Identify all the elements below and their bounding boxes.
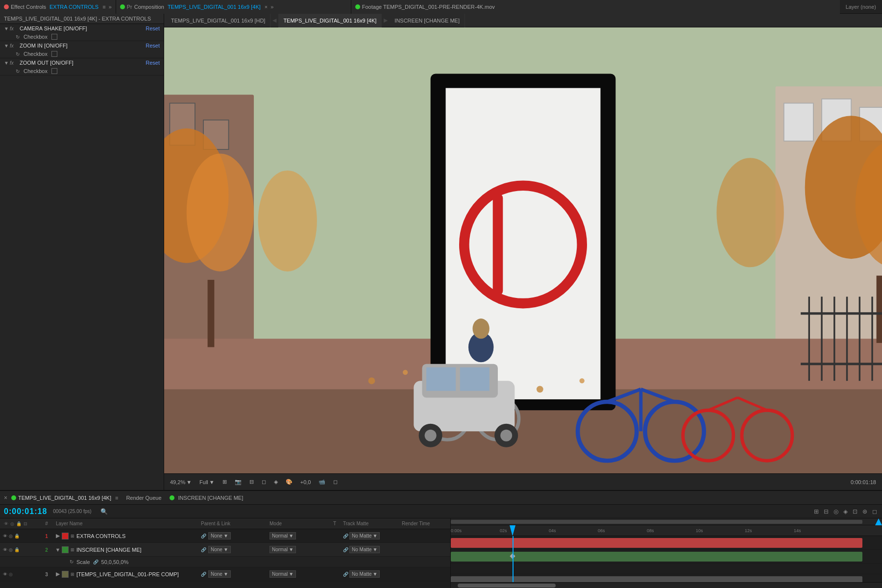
layer-1-icons: 👁 ◎ 🔒 [0, 534, 39, 539]
track-row-2 [451, 550, 882, 564]
camera-button[interactable]: 📹 [317, 478, 327, 486]
panel-expand-icon[interactable]: » [109, 4, 112, 10]
effect-group-zoom-out: ▼ fx ZOOM OUT [ON/OFF] Reset ↻ Checkbox [0, 58, 164, 75]
timeline-tab-main[interactable]: TEMPS_LIVE_DIGITAL_001 16x9 [4K] ≡ [11, 495, 118, 501]
layer-1-mode: Normal▼ [270, 532, 333, 539]
comp-expand-icon[interactable]: » [270, 4, 273, 10]
effect-controls-title: Effect Controls [11, 4, 46, 10]
toggle-arrow-camera-shake[interactable]: ▼ [4, 26, 8, 31]
layer-2-mode-dropdown[interactable]: Normal▼ [270, 546, 296, 553]
fit-to-screen-button[interactable]: ⊞ [220, 478, 229, 486]
time-mark-0: 0:00s [451, 528, 462, 533]
layer-1-eye[interactable]: 👁 [3, 534, 7, 539]
top-bar: Effect Controls EXTRA CONTROLS ≡ » Pr Co… [0, 0, 882, 14]
quality-dropdown[interactable]: Full ▼ [197, 478, 217, 486]
viewer-tab-inscreen[interactable]: INSCREEN [CHANGE ME] [390, 14, 465, 27]
timeline-inscreen-tab[interactable]: INSCREEN [CHANGE ME] [170, 495, 244, 501]
scale-value[interactable]: 50,0,50,0% [101, 559, 129, 565]
viewer-tab-hd[interactable]: TEMPS_LIVE_DIGITAL_001 16x9 [HD] [166, 14, 270, 27]
toggle-arrow-zoom-out[interactable]: ▼ [4, 60, 8, 66]
layer-1-matte: 🔗 No Matte▼ [343, 532, 402, 539]
close-icon[interactable] [4, 4, 9, 9]
layer-2-matte-dropdown[interactable]: No Matte▼ [349, 546, 380, 553]
timeline-tools-icon4[interactable]: ◈ [842, 507, 849, 516]
layer-1-expand[interactable]: ▶ [54, 533, 62, 539]
toggle-arrow-zoom-in[interactable]: ▼ [4, 43, 8, 49]
zoom-out-reset[interactable]: Reset [146, 60, 160, 66]
layer-2-parent-dropdown[interactable]: None▼ [208, 546, 231, 553]
zoom-in-checkbox-row: ↻ Checkbox [0, 50, 164, 58]
color-correct-button[interactable]: 🎨 [284, 478, 294, 486]
tracks-area [451, 536, 882, 582]
camera-shake-reset[interactable]: Reset [146, 25, 160, 31]
scroll-thumb[interactable] [458, 584, 556, 588]
playhead-line[interactable] [513, 536, 514, 582]
street-scene-svg [164, 27, 882, 473]
layer-1-parent-dropdown[interactable]: None▼ [208, 532, 231, 539]
layer-3-color [62, 571, 69, 578]
layer-2-eye[interactable]: 👁 [3, 547, 7, 552]
layer-1-matte-dropdown[interactable]: No Matte▼ [349, 532, 380, 539]
timeline-render-queue[interactable]: Render Queue [126, 495, 161, 501]
layer-1-solo[interactable]: ◎ [9, 534, 13, 539]
composition-tab[interactable]: Pr Composition TEMPS_LIVE_DIGITAL_001 16… [116, 0, 351, 14]
mask-button[interactable]: ◻ [260, 478, 268, 486]
layer-2-lock[interactable]: 🔒 [14, 547, 20, 552]
layer-1-color [62, 533, 69, 539]
layer-3-eye[interactable]: 👁 [3, 572, 7, 577]
menu-icon[interactable]: ≡ [102, 4, 105, 10]
timeline-tools-icon5[interactable]: ⊡ [852, 507, 858, 516]
layer-1-lock[interactable]: 🔒 [14, 534, 20, 539]
timeline-tools-icon2[interactable]: ⊟ [823, 507, 830, 516]
timeline-tools-icon3[interactable]: ◎ [833, 507, 839, 516]
layer-2-parent: 🔗 None▼ [201, 546, 270, 553]
svg-point-43 [425, 430, 437, 441]
layer-2-matte: 🔗 No Matte▼ [343, 546, 402, 553]
comp-pr-label: Pr [127, 4, 132, 10]
layer-3-expand[interactable]: ▶ [54, 571, 62, 577]
layer-3-mode-dropdown[interactable]: Normal▼ [270, 570, 296, 578]
layer-1-mode-dropdown[interactable]: Normal▼ [270, 532, 296, 539]
effect-group-camera-shake-header[interactable]: ▼ fx CAMERA SHAKE [ON/OFF] Reset [0, 24, 164, 33]
work-area-bar[interactable] [451, 518, 882, 525]
timeline-dot [11, 495, 16, 500]
layer-3-matte-dropdown[interactable]: No Matte▼ [349, 570, 380, 578]
current-timecode[interactable]: 0:00:01:18 [4, 507, 47, 516]
effect-controls-tab[interactable]: Effect Controls EXTRA CONTROLS ≡ » [0, 0, 116, 14]
playhead-indicator[interactable] [510, 525, 515, 536]
snapshot-button[interactable]: 📷 [233, 478, 244, 486]
zoom-in-checkbox[interactable] [51, 51, 57, 57]
time-ruler[interactable]: 0:00s 02s 04s 06s 08s 10s 12s 14s [451, 525, 882, 536]
render-button[interactable]: ◻ [331, 478, 340, 486]
link-icon-scale: 🔗 [93, 560, 98, 564]
zoom-dropdown[interactable]: 49,2% ▼ [168, 478, 194, 486]
timeline-tools-icon1[interactable]: ⊞ [813, 507, 820, 516]
layer-3-solo[interactable]: ◎ [9, 572, 13, 577]
channel-button[interactable]: ◈ [272, 478, 280, 486]
timeline-tools-icon6[interactable]: ⊛ [861, 507, 868, 516]
time-tracks: 0:00s 02s 04s 06s 08s 10s 12s 14s [451, 518, 882, 588]
search-icon[interactable]: 🔍 [99, 507, 109, 516]
grid-button[interactable]: ⊟ [247, 478, 256, 486]
camera-shake-checkbox[interactable] [51, 34, 57, 40]
zoom-out-checkbox[interactable] [51, 68, 57, 74]
layer-3-matte: 🔗 No Matte▼ [343, 570, 402, 578]
layer-1-parent: 🔗 None▼ [201, 532, 270, 539]
footage-tab[interactable]: Footage TEMPS_DIGITAL_001-PRE-RENDER-4K.… [351, 0, 840, 14]
timeline-tools-icon7[interactable]: ◻ [871, 507, 878, 516]
time-mark-4s: 04s [549, 528, 556, 533]
layer-3-name: [TEMPS_LIVE_DIGITAL_001-PRE COMP] [76, 571, 179, 577]
layer-1-num: 1 [39, 533, 54, 539]
timeline-close-icon[interactable]: × [4, 494, 7, 501]
zoom-in-reset[interactable]: Reset [146, 43, 160, 49]
timeline-scrollbar[interactable] [451, 582, 882, 588]
comp-close-icon[interactable]: × [265, 4, 268, 10]
effect-group-zoom-out-header[interactable]: ▼ fx ZOOM OUT [ON/OFF] Reset [0, 58, 164, 67]
viewer-tab-4k[interactable]: TEMPS_LIVE_DIGITAL_001 16x9 [4K] [278, 14, 382, 27]
layer-3-parent: 🔗 None▼ [201, 570, 270, 578]
layer-2-expand[interactable]: ▼ [54, 547, 62, 553]
layer-3-parent-dropdown[interactable]: None▼ [208, 570, 231, 578]
camera-shake-label: CAMERA SHAKE [ON/OFF] [20, 25, 87, 31]
effect-group-zoom-in-header[interactable]: ▼ fx ZOOM IN [ON/OFF] Reset [0, 41, 164, 50]
layer-2-solo[interactable]: ◎ [9, 547, 13, 552]
